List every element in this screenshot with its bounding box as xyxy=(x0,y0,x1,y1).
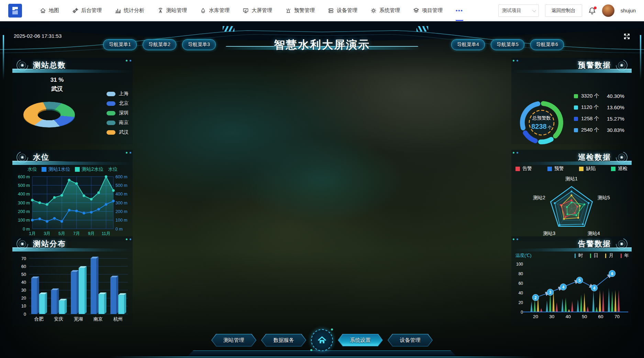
panel-warning-data: 预警数据 总预警数 8238个 3320 个40.30% 1120 个13.60… xyxy=(511,58,632,144)
nav-menu-button-3[interactable]: 导航菜单3 xyxy=(182,39,216,50)
nav-item-backend-admin[interactable]: 后台管理 xyxy=(72,0,102,21)
panel-station-distribution: 测站分布 010203040506070合肥安庆芜湖南京杭州 xyxy=(12,236,133,326)
water-level-legend: 水位 测站1水位 测站2水位 水位 xyxy=(12,166,133,172)
legend-swatch xyxy=(107,130,115,135)
legend-swatch xyxy=(107,121,115,125)
legend-item[interactable]: 测站2水位 xyxy=(75,166,104,172)
nav-item-statistics[interactable]: 统计分析 xyxy=(115,0,144,21)
alarm-legend: 时 日 月 年 xyxy=(575,253,629,259)
svg-text:11月: 11月 xyxy=(102,231,110,236)
fullscreen-button[interactable] xyxy=(623,32,631,41)
legend-item[interactable]: 时 xyxy=(575,253,583,259)
legend-item[interactable]: 告警 xyxy=(515,166,532,172)
pie-selected-label: 31 % 武汉 xyxy=(36,76,78,93)
edge-glow-right xyxy=(640,35,641,80)
nav-item-station-mgmt[interactable]: 测站管理 xyxy=(157,0,187,21)
app-root: 地图 后台管理 统计分析 测站管理 水库管理 大屏管理 xyxy=(0,0,644,358)
legend-swatch xyxy=(42,167,46,172)
pie-legend: 上海 北京 深圳 南京 武汉 xyxy=(107,91,129,135)
svg-text:300 m: 300 m xyxy=(115,201,127,205)
legend-item[interactable]: 深圳 xyxy=(107,110,129,116)
svg-text:测站5: 测站5 xyxy=(598,195,610,200)
svg-text:2: 2 xyxy=(534,295,537,300)
legend-item[interactable]: 上海 xyxy=(107,91,129,97)
legend-swatch xyxy=(107,101,115,106)
nav-item-device-mgmt[interactable]: 设备管理 xyxy=(328,0,357,21)
water-level-body: 水位 测站1水位 测站2水位 水位 600 m600 m500 m500 m40… xyxy=(12,165,133,241)
nav-item-label: 大屏管理 xyxy=(252,7,272,14)
bottom-nav-home-button[interactable] xyxy=(311,329,333,351)
nav-item-label: 设备管理 xyxy=(337,7,357,14)
panel-header: 预警数据 xyxy=(511,58,632,73)
bottom-decor-line xyxy=(109,357,535,357)
legend-item[interactable]: 3320 个40.30% xyxy=(574,93,629,99)
legend-item[interactable]: 2540 个30.83% xyxy=(574,127,629,133)
nav-item-project-mgmt[interactable]: 项目管理 xyxy=(413,0,443,21)
legend-item[interactable]: 武汉 xyxy=(107,129,129,135)
svg-text:5: 5 xyxy=(578,278,581,283)
bottom-nav-system-settings[interactable]: 系统设置 xyxy=(338,334,383,347)
project-select[interactable]: 测试项目 xyxy=(498,4,539,17)
nav-menu-button-5[interactable]: 导航菜单5 xyxy=(491,39,524,50)
user-avatar[interactable] xyxy=(602,4,614,17)
alarm-data-body: 温度(℃) 时 日 月 年 10080604020020304050607023… xyxy=(511,251,632,326)
nav-menu-button-1[interactable]: 导航菜单1 xyxy=(103,39,137,50)
panel-inspection-data: 巡检数据 告警 预警 缺陷 巡检 测站1测站2测站3测站4测站5 xyxy=(511,150,632,241)
expand-icon xyxy=(623,32,631,41)
legend-swatch xyxy=(574,94,578,98)
nav-menu-button-6[interactable]: 导航菜单6 xyxy=(530,39,564,50)
bottom-nav-device-mgmt[interactable]: 设备管理 xyxy=(388,334,433,347)
panel-alarm-data: 告警数据 温度(℃) 时 日 月 年 100806040200203040506… xyxy=(511,236,632,326)
nav-item-system-mgmt[interactable]: 系统管理 xyxy=(370,0,400,21)
nav-item-more[interactable]: ••• xyxy=(456,0,463,21)
chart-canvas: 010203040506070合肥安庆芜湖南京杭州 xyxy=(14,251,131,326)
home-icon xyxy=(40,8,46,14)
svg-text:0 m: 0 m xyxy=(23,227,30,232)
nav-item-screen-mgmt[interactable]: 大屏管理 xyxy=(243,0,272,21)
top-navbar: 地图 后台管理 统计分析 测站管理 水库管理 大屏管理 xyxy=(0,0,644,21)
alarm-chart-header: 温度(℃) 时 日 月 年 xyxy=(515,251,629,260)
legend-item[interactable]: 测站1水位 xyxy=(42,166,70,172)
siren-icon xyxy=(285,8,291,14)
panel-title: 水位 xyxy=(33,152,49,163)
nav-item-reservoir-mgmt[interactable]: 水库管理 xyxy=(200,0,230,21)
svg-text:9月: 9月 xyxy=(88,231,95,236)
station-total-body: 31 % 武汉 上海 北京 深圳 南京 武汉 xyxy=(12,73,133,144)
svg-text:60: 60 xyxy=(21,264,26,269)
legend-swatch xyxy=(574,117,578,121)
main-menu: 地图 后台管理 统计分析 测站管理 水库管理 大屏管理 xyxy=(40,0,463,21)
back-to-console-button[interactable]: 返回控制台 xyxy=(545,4,582,17)
notification-bell-icon[interactable] xyxy=(588,7,596,14)
legend-item[interactable]: 预警 xyxy=(547,166,564,172)
legend-swatch xyxy=(515,167,520,171)
bottom-nav-station-mgmt[interactable]: 测站管理 xyxy=(211,334,256,347)
svg-text:600 m: 600 m xyxy=(115,175,127,179)
username-label: shujun xyxy=(621,8,636,13)
nav-item-label: 后台管理 xyxy=(81,7,102,14)
legend-item[interactable]: 月 xyxy=(605,253,614,259)
legend-swatch xyxy=(574,105,578,110)
legend-item[interactable]: 日 xyxy=(590,253,599,259)
bottom-nav-data-service[interactable]: 数据服务 xyxy=(261,334,306,347)
legend-item[interactable]: 缺陷 xyxy=(579,166,596,172)
svg-text:测站1: 测站1 xyxy=(565,176,578,181)
panel-title: 测站总数 xyxy=(33,60,66,70)
legend-item[interactable]: 北京 xyxy=(107,100,129,107)
more-dots-icon: ••• xyxy=(456,8,463,13)
legend-item[interactable]: 年 xyxy=(621,253,629,259)
warning-data-body: 总预警数 8238个 3320 个40.30% 1120 个13.60% 125… xyxy=(511,73,632,144)
legend-item[interactable]: 1258 个15.27% xyxy=(574,115,629,122)
legend-item[interactable]: 巡检 xyxy=(611,166,628,172)
nav-item-map[interactable]: 地图 xyxy=(40,0,59,21)
nav-item-warning-mgmt[interactable]: 预警管理 xyxy=(285,0,315,21)
nav-menu-button-4[interactable]: 导航菜单4 xyxy=(451,39,485,50)
panel-title-swoosh xyxy=(12,247,133,251)
nav-item-label: 预警管理 xyxy=(294,7,315,14)
legend-item[interactable]: 南京 xyxy=(107,120,129,126)
svg-text:40: 40 xyxy=(566,314,571,319)
chart-canvas: 测站1测站2测站3测站4测站5 xyxy=(513,174,630,241)
legend-item[interactable]: 1120 个13.60% xyxy=(574,104,629,111)
nav-menu-button-2[interactable]: 导航菜单2 xyxy=(143,39,176,50)
app-logo[interactable] xyxy=(8,4,22,18)
warning-donut-chart xyxy=(514,90,573,155)
